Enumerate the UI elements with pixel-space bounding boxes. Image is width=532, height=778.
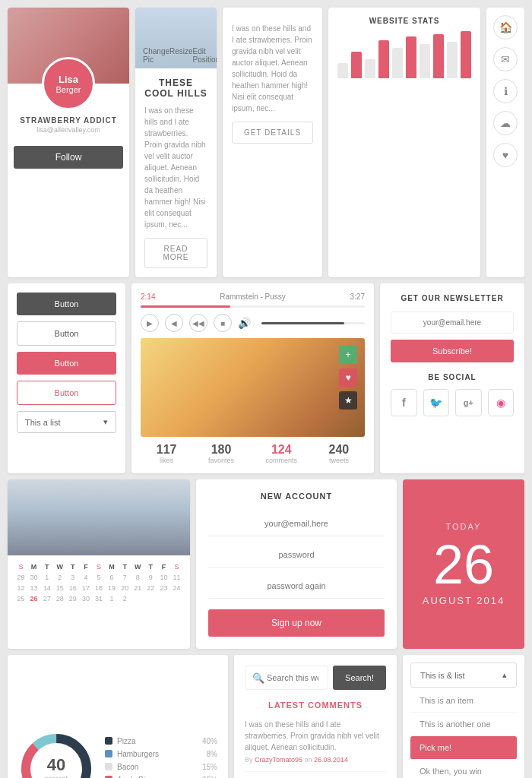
chevron-up-icon: ▴ [502, 670, 507, 680]
play-button[interactable]: ▶ [141, 314, 159, 332]
player-progress-fill [141, 305, 230, 308]
legend-bacon-dot [105, 763, 112, 770]
comments-label: comments [266, 457, 298, 464]
dribbble-icon-btn[interactable]: ◉ [488, 389, 515, 416]
comments-title: LATEST COMMENTS [245, 701, 386, 710]
cal-header-m1: M [28, 563, 40, 571]
dropdown-item-3[interactable]: Ok then, you win [410, 760, 517, 778]
social-title: BE SOCIAL [391, 373, 514, 381]
search-icon: 🔍 [252, 672, 264, 684]
player-image-overlay: + ♥ ★ [339, 346, 357, 410]
mail-icon-btn[interactable]: ✉ [493, 47, 518, 71]
today-number: 26 [433, 537, 494, 592]
dropdown-header[interactable]: This is & list ▴ [410, 663, 517, 688]
donut-label: 40 percent [45, 755, 68, 778]
today-label: TODAY [446, 522, 482, 531]
bar-4 [378, 40, 389, 78]
tweets-label: tweets [329, 457, 350, 464]
profile-surname: Berger [55, 85, 81, 94]
signup-button[interactable]: Sign up now [208, 609, 385, 637]
change-pic-btn[interactable]: Change Pic [143, 47, 169, 64]
read-more-button[interactable]: READ MORE [144, 238, 207, 268]
bar-2 [351, 52, 362, 78]
row-2: Button Button Button Button This a list … [8, 283, 524, 473]
comment-item-1: I was on these hills and I ate strawberr… [245, 719, 386, 772]
newsletter-email-input[interactable] [391, 312, 514, 334]
player-total-time: 3:27 [350, 293, 365, 301]
heart-action-btn[interactable]: ♥ [339, 368, 357, 387]
likes-count: 117 [157, 443, 177, 457]
buttons-card: Button Button Button Button This a list … [8, 283, 125, 473]
cal-header-f2: F [158, 563, 169, 571]
get-details-button[interactable]: GET DETAILS [232, 122, 313, 144]
dropdown-item-1[interactable]: This is another one [410, 713, 517, 736]
stats-bars [337, 33, 471, 78]
account-email-input[interactable] [208, 511, 385, 536]
search-button[interactable]: Search! [333, 666, 386, 690]
stats-title: WEBSITE STATS [337, 17, 471, 25]
button-outline[interactable]: Button [17, 321, 116, 346]
button-dark[interactable]: Button [17, 293, 116, 315]
prev-button[interactable]: ◀ [165, 314, 183, 332]
calendar: S M T W T F S M T W T F S 29 30 [8, 555, 190, 613]
donut-percent: 40 [45, 755, 68, 775]
today-month: AUGUST 2014 [423, 595, 505, 606]
add-icon-btn[interactable]: + [339, 346, 357, 364]
bar-6 [406, 36, 416, 78]
button-red[interactable]: Button [17, 352, 116, 375]
chevron-down-icon: ▾ [103, 417, 108, 427]
calendar-week-3: 25 26 27 28 29 30 31 1 2 [15, 595, 182, 602]
blog-image-actions: Change Pic Resize Edit Position [135, 47, 217, 64]
main-grid: Lisa Berger STRAWBERRY ADDICT lisa@allen… [8, 8, 524, 778]
legend-pizza-pct: 40% [202, 737, 217, 745]
profile-info: STRAWBERRY ADDICT lisa@allenvalley.com [14, 110, 123, 140]
comment-1-date: 26.08.2014 [314, 756, 348, 764]
row-4: 40 percent Pizza 40% Hamburgers 8% Baco [8, 655, 524, 778]
next-button[interactable]: ◀◀ [189, 314, 207, 332]
stop-button[interactable]: ■ [214, 314, 232, 332]
bar-5 [392, 48, 403, 78]
profile-username: STRAWBERRY ADDICT [20, 116, 117, 125]
calendar-header: S M T W T F S M T W T F S [15, 563, 182, 571]
blog-card: Change Pic Resize Edit Position THESE CO… [135, 8, 217, 277]
avatar: Lisa Berger [42, 57, 95, 110]
home-icon-btn[interactable]: 🏠 [493, 15, 518, 40]
account-password-again-input[interactable] [208, 574, 385, 599]
player-progress-bar[interactable] [141, 305, 365, 308]
follow-button[interactable]: Follow [14, 146, 123, 169]
twitter-icon-btn[interactable]: 🐦 [423, 389, 450, 416]
edit-position-btn[interactable]: Edit Position [193, 47, 217, 64]
star-action-btn[interactable]: ★ [339, 391, 357, 410]
bar-3 [365, 59, 375, 78]
account-password-input[interactable] [208, 542, 385, 568]
subscribe-button[interactable]: Subscribe! [391, 340, 514, 362]
profile-name: Lisa [59, 74, 78, 85]
nav-icons-card: 🏠 ✉ ℹ ☁ ♥ [486, 8, 524, 277]
player-current-time: 2:14 [141, 293, 155, 301]
blog-image: Change Pic Resize Edit Position [135, 8, 217, 68]
heart-icon-btn[interactable]: ♥ [493, 143, 518, 167]
photo-person [8, 479, 190, 555]
stats-card: WEBSITE STATS [328, 8, 480, 277]
legend-applepie-pct: 25% [202, 776, 217, 779]
donut-chart: 40 percent [18, 731, 94, 778]
info-icon-btn[interactable]: ℹ [493, 79, 518, 103]
list-select[interactable]: This a list ▾ [17, 411, 116, 433]
dropdown-list-card: This is & list ▴ This is an item This is… [403, 655, 524, 778]
newsletter-title: GET OUR NEWSLETTER [391, 294, 514, 302]
blog-text: I was on these hills and I ate strawberr… [144, 105, 207, 230]
resize-btn[interactable]: Resize [169, 47, 193, 64]
dropdown-item-2[interactable]: Pick me! [410, 736, 517, 760]
dropdown-item-0[interactable]: This is an item [410, 689, 517, 713]
search-bar: 🔍 Search! [245, 666, 386, 690]
facebook-icon-btn[interactable]: f [391, 389, 417, 416]
comments-count: 124 [266, 443, 298, 457]
donut-sublabel: percent [45, 775, 68, 778]
bar-7 [420, 44, 430, 78]
cal-header-s1: S [15, 563, 27, 571]
googleplus-icon-btn[interactable]: g+ [455, 389, 482, 416]
cloud-icon-btn[interactable]: ☁ [493, 111, 518, 135]
button-outline-red[interactable]: Button [17, 381, 116, 405]
volume-icon: 🔊 [238, 317, 251, 329]
legend-applepie-name: Apple Pie [117, 776, 202, 779]
